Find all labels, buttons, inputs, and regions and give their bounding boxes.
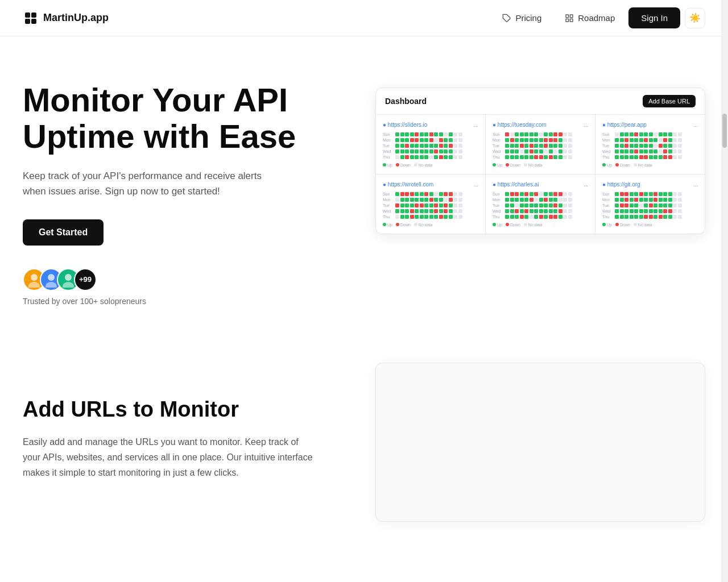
svg-rect-2 xyxy=(25,19,30,24)
cell-url: ● https://sliders.io xyxy=(383,122,427,128)
cell-url: ● https://charles.ai xyxy=(493,181,539,188)
dashboard-cell: ● https://wrotell.com ... Sun Mon Tue We… xyxy=(376,174,485,234)
svg-point-13 xyxy=(65,274,72,281)
pricing-link[interactable]: Pricing xyxy=(493,9,551,28)
svg-rect-3 xyxy=(31,19,36,24)
heatmap: Sun Mon Tue Wed Thu xyxy=(602,192,698,219)
section-description: Easily add and manage the URLs you want … xyxy=(23,434,318,481)
add-base-url-button[interactable]: Add Base URL xyxy=(643,95,696,107)
heatmap: Sun Mon Tue Wed Thu xyxy=(493,192,588,219)
dashboard-title: Dashboard xyxy=(385,97,427,106)
svg-rect-0 xyxy=(25,13,30,18)
dashboard-frame: Dashboard Add Base URL ● https://sliders… xyxy=(375,88,705,234)
svg-rect-8 xyxy=(566,19,569,22)
get-started-button[interactable]: Get Started xyxy=(23,219,104,246)
heatmap: Sun Mon Tue Wed Thu xyxy=(383,132,478,160)
cell-url: ● https://wrotell.com xyxy=(383,181,433,188)
hero-content: Monitor Your API Uptime with Ease Keep t… xyxy=(23,82,318,306)
dashboard-header: Dashboard Add Base URL xyxy=(376,88,705,115)
heatmap: Sun Mon Tue Wed Thu xyxy=(493,132,588,160)
cell-url: ● https://pear.app xyxy=(602,122,647,128)
cell-status: ... xyxy=(584,122,588,128)
hero-title: Monitor Your API Uptime with Ease xyxy=(23,82,318,155)
section-frame xyxy=(375,363,705,522)
svg-rect-1 xyxy=(31,13,36,18)
avatar-count: +99 xyxy=(74,268,97,291)
dashboard-cell: ● https://sliders.io ... Sun Mon Tue Wed… xyxy=(376,115,485,174)
logo[interactable]: MartinUp.app xyxy=(23,10,109,26)
cell-status: ... xyxy=(693,182,698,188)
cell-status: ... xyxy=(474,122,478,128)
heatmap: Sun Mon Tue Wed Thu xyxy=(383,192,478,219)
cell-url: ● https://git.org xyxy=(602,181,640,188)
cell-status: ... xyxy=(474,182,478,188)
svg-rect-6 xyxy=(570,15,573,18)
hero-section: Monitor Your API Uptime with Ease Keep t… xyxy=(0,36,728,340)
svg-rect-5 xyxy=(566,15,569,18)
svg-point-11 xyxy=(48,274,55,281)
dashboard-cell: ● https://tuesday.com ... Sun Mon Tue We… xyxy=(486,115,595,174)
avatar-group: +99 xyxy=(23,268,318,291)
cell-status: ... xyxy=(584,182,588,188)
dashboard-cell: ● https://pear.app ... Sun Mon Tue Wed T… xyxy=(595,115,705,174)
cell-status: ... xyxy=(693,122,698,128)
dashboard-cell: ● https://git.org ... Sun Mon Tue Wed Th… xyxy=(595,174,705,234)
logo-text: MartinUp.app xyxy=(43,12,109,24)
dashboard-grid: ● https://sliders.io ... Sun Mon Tue Wed… xyxy=(376,115,705,234)
section-title: Add URLs to Monitor xyxy=(23,397,318,423)
hero-description: Keep track of your API's performance and… xyxy=(23,168,284,199)
theme-toggle-button[interactable]: ☀️ xyxy=(685,8,705,28)
svg-point-12 xyxy=(46,282,57,288)
svg-point-10 xyxy=(28,282,40,288)
pricing-label: Pricing xyxy=(515,13,541,23)
scrollbar-thumb[interactable] xyxy=(722,114,727,148)
logo-icon xyxy=(23,10,39,26)
scrollbar[interactable] xyxy=(721,0,728,582)
nav-links: Pricing Roadmap Sign In ☀️ xyxy=(493,7,705,28)
sun-icon: ☀️ xyxy=(689,13,701,23)
section-visual xyxy=(341,363,705,522)
signin-button[interactable]: Sign In xyxy=(628,7,680,28)
roadmap-icon xyxy=(564,13,574,23)
svg-point-9 xyxy=(31,274,38,281)
heatmap: Sun Mon Tue Wed Thu xyxy=(602,132,698,160)
roadmap-label: Roadmap xyxy=(578,13,615,23)
svg-point-14 xyxy=(63,282,74,288)
dashboard-preview: Dashboard Add Base URL ● https://sliders… xyxy=(341,82,705,234)
section-content: Add URLs to Monitor Easily add and manag… xyxy=(23,363,318,480)
navbar: MartinUp.app Pricing Roadmap xyxy=(0,0,728,36)
cell-url: ● https://tuesday.com xyxy=(493,122,547,128)
tag-icon xyxy=(502,13,512,23)
dashboard-cell: ● https://charles.ai ... Sun Mon Tue Wed… xyxy=(486,174,595,234)
roadmap-link[interactable]: Roadmap xyxy=(555,9,624,28)
trusted-text: Trusted by over 100+ solopreneurs xyxy=(23,297,318,306)
second-section: Add URLs to Monitor Easily add and manag… xyxy=(0,340,728,556)
svg-rect-7 xyxy=(570,19,573,22)
